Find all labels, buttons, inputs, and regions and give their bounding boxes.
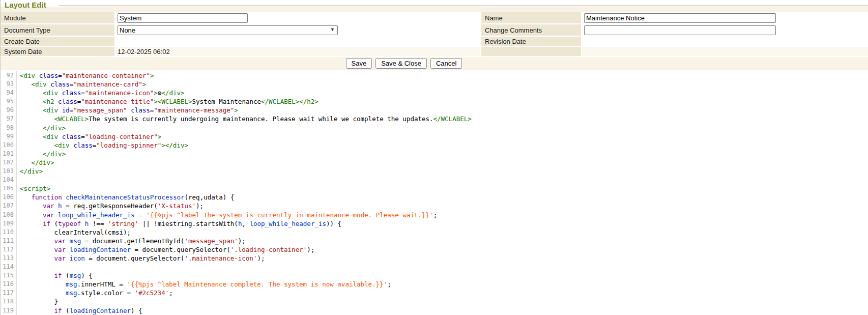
line-number: 95: [1, 97, 17, 106]
code-line[interactable]: 113var icon = document.querySelector('.m…: [1, 254, 868, 263]
line-number: 101: [1, 150, 17, 158]
code-line[interactable]: 105<script>: [1, 184, 868, 193]
code-line[interactable]: 101</div>: [1, 150, 868, 158]
code-line[interactable]: 95<h2 class="maintenance-title"><WCLABEL…: [1, 97, 868, 106]
line-number: 110: [1, 228, 17, 237]
code-line[interactable]: 106function checkMaintenanceStatusProces…: [1, 193, 868, 202]
name-input[interactable]: [584, 13, 776, 23]
code-text[interactable]: </div>: [20, 167, 43, 176]
code-editor[interactable]: 92<div class="maintenance-container">93<…: [1, 70, 868, 315]
code-line[interactable]: 93<div class="maintenance-card">: [1, 80, 868, 89]
line-number: 96: [1, 106, 17, 114]
field-value-change-comments: [582, 24, 868, 36]
code-text[interactable]: <div class="maintenance-container">: [20, 71, 154, 80]
code-line[interactable]: 108var loop_while_header_is = '{{%pjs ^l…: [1, 211, 868, 219]
page-title: Layout Edit: [5, 1, 46, 9]
code-text[interactable]: var icon = document.querySelector('.main…: [20, 254, 265, 263]
line-number: 102: [1, 158, 17, 167]
code-text[interactable]: clearInterval(cmsi);: [20, 228, 131, 237]
code-text[interactable]: <WCLABEL>The system is currently undergo…: [20, 114, 472, 123]
code-line[interactable]: 114: [1, 263, 868, 271]
code-text[interactable]: var loop_while_header_is = '{{%pjs ^labe…: [20, 211, 437, 219]
code-text[interactable]: var msg = document.getElementById('messa…: [20, 237, 246, 245]
field-label-change-comments: Change Comments: [481, 24, 581, 36]
code-text[interactable]: var h = req.getResponseHeader('X-status'…: [20, 202, 204, 210]
line-number: 105: [1, 184, 17, 193]
line-number: 107: [1, 202, 17, 210]
code-text[interactable]: if (loadingContainer) {: [20, 306, 142, 315]
code-line[interactable]: 98</div>: [1, 124, 868, 132]
code-text[interactable]: msg.innerHTML = '{{%pjs ^label Maintenan…: [20, 280, 391, 289]
code-line[interactable]: 118}: [1, 297, 868, 306]
field-label-document-type: Document Type: [1, 24, 114, 36]
button-bar: SaveSave & CloseCancel: [1, 57, 868, 70]
legend-rule: [59, 5, 868, 6]
code-line[interactable]: 110clearInterval(cmsi);: [1, 228, 868, 237]
save-close-button[interactable]: Save & Close: [375, 58, 427, 69]
header-strip: [1, 7, 868, 12]
code-line[interactable]: 104: [1, 176, 868, 184]
code-line[interactable]: 94<div class="maintenance-icon">⚙</div>: [1, 89, 868, 97]
field-value-name: [582, 12, 868, 23]
code-text[interactable]: </div>: [20, 158, 54, 167]
change-comments-input[interactable]: [584, 25, 776, 35]
code-line[interactable]: 111var msg = document.getElementById('me…: [1, 237, 868, 245]
code-line[interactable]: 100<div class="loading-spinner"></div>: [1, 141, 868, 150]
save-button[interactable]: Save: [346, 58, 372, 69]
code-text[interactable]: <div class="maintenance-card">: [20, 80, 146, 89]
code-line[interactable]: 117msg.style.color = '#2c5234';: [1, 289, 868, 297]
field-value-module: [115, 12, 480, 23]
form-header: Layout Edit: [1, 0, 868, 12]
field-value-document-type: None▼: [115, 24, 480, 36]
system-date-text: 12-02-2025 06:02: [118, 48, 170, 55]
code-line[interactable]: 112var loadingContainer = document.query…: [1, 245, 868, 254]
code-text[interactable]: <script>: [20, 184, 50, 193]
code-line[interactable]: 103</div>: [1, 167, 868, 176]
line-number: 108: [1, 211, 17, 219]
code-text[interactable]: }: [20, 297, 58, 306]
code-text[interactable]: function checkMaintenanceStatusProcessor…: [20, 193, 234, 202]
code-line[interactable]: 97<WCLABEL>The system is currently under…: [1, 114, 868, 123]
field-label-name: Name: [481, 12, 581, 23]
line-number: 92: [1, 71, 17, 80]
field-value-create-date: [115, 37, 480, 46]
field-label-module: Module: [1, 12, 114, 23]
code-line[interactable]: 102</div>: [1, 158, 868, 167]
code-line[interactable]: 92<div class="maintenance-container">: [1, 71, 868, 80]
line-number: 103: [1, 167, 17, 176]
code-text[interactable]: var loadingContainer = document.querySel…: [20, 245, 314, 254]
field-label-revision-date: Revision Date: [481, 37, 581, 46]
code-text[interactable]: if (typeof h !== 'string' || !miestring.…: [20, 219, 341, 228]
code-line[interactable]: 119if (loadingContainer) {: [1, 306, 868, 315]
code-text[interactable]: <h2 class="maintenance-title"><WCLABEL>S…: [20, 97, 319, 106]
code-line[interactable]: 116msg.innerHTML = '{{%pjs ^label Mainte…: [1, 280, 868, 289]
code-text[interactable]: <div id="message_span" class="maintenanc…: [20, 106, 238, 114]
line-number: 117: [1, 289, 17, 297]
cancel-button[interactable]: Cancel: [430, 58, 462, 69]
line-number: 94: [1, 89, 17, 97]
line-number: 106: [1, 193, 17, 202]
code-text[interactable]: <div class="loading-spinner"></div>: [20, 141, 188, 150]
layout-edit-form: ModuleNameDocument TypeNone▼Change Comme…: [1, 12, 868, 56]
code-line[interactable]: 96<div id="message_span" class="maintena…: [1, 106, 868, 114]
code-line[interactable]: 99<div class="loading-container">: [1, 132, 868, 141]
code-text[interactable]: </div>: [20, 124, 66, 132]
module-input[interactable]: [118, 13, 248, 23]
code-line[interactable]: 107var h = req.getResponseHeader('X-stat…: [1, 202, 868, 210]
code-line[interactable]: 115if (msg) {: [1, 271, 868, 280]
code-text[interactable]: <div class="loading-container">: [20, 132, 161, 141]
line-number: 111: [1, 237, 17, 245]
code-text[interactable]: </div>: [20, 150, 66, 158]
field-value-system-date: 12-02-2025 06:02: [115, 47, 480, 56]
code-text[interactable]: <div class="maintenance-icon">⚙</div>: [20, 89, 185, 97]
code-text[interactable]: if (msg) {: [20, 271, 93, 280]
line-number: 115: [1, 271, 17, 280]
line-number: 116: [1, 280, 17, 289]
field-value-revision-date: [582, 37, 868, 46]
code-line[interactable]: 109if (typeof h !== 'string' || !miestri…: [1, 219, 868, 228]
field-label-system-date: System Date: [1, 47, 114, 56]
line-number: 109: [1, 219, 17, 228]
code-text[interactable]: msg.style.color = '#2c5234';: [20, 289, 173, 297]
line-number: 97: [1, 114, 17, 123]
document-type-select[interactable]: None: [118, 26, 337, 35]
